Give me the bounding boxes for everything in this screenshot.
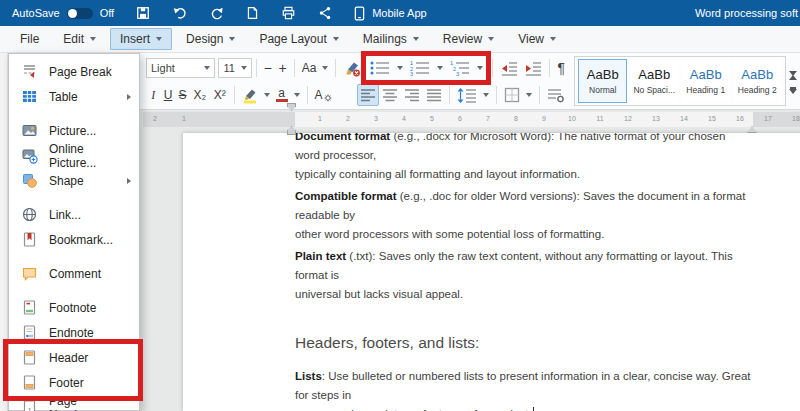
new-document-icon[interactable] — [246, 6, 259, 20]
menu-label: Design — [186, 32, 223, 46]
document-text: Document format (e.g., .docx for Microso… — [295, 133, 751, 411]
menu-item-link[interactable]: Link... — [9, 202, 139, 227]
menu-label: Page Layout — [259, 32, 326, 46]
ruler-number: 12 — [624, 115, 632, 122]
menu-label: Insert — [120, 32, 150, 46]
menu-item-footnote[interactable]: Footnote — [9, 295, 139, 320]
chevron-down-icon — [294, 93, 300, 97]
toggle-knob — [68, 9, 77, 18]
menu-item-label: Table — [49, 90, 78, 104]
print-icon[interactable] — [281, 6, 296, 20]
application-window: AutoSave Off Mobile App Word processing … — [0, 0, 800, 411]
menu-mailings[interactable]: Mailings — [353, 28, 429, 50]
menu-file[interactable]: File — [10, 28, 49, 50]
grow-font-button[interactable]: + — [275, 57, 290, 79]
menu-label: Mailings — [363, 32, 407, 46]
style-no-spaci[interactable]: AaBbNo Spaci... — [630, 59, 679, 103]
ruler-number: 15 — [708, 115, 716, 122]
ruler-number: 1 — [318, 115, 322, 122]
ruler-number: 10 — [568, 115, 576, 122]
menu-insert[interactable]: Insert — [110, 28, 172, 50]
menu-design[interactable]: Design — [176, 28, 245, 50]
multilevel-list-button[interactable]: 123 — [446, 57, 486, 79]
menu-item-picture[interactable]: Picture... — [9, 118, 139, 143]
shrink-font-button[interactable]: − — [261, 57, 276, 79]
menu-item-label: Header — [49, 351, 88, 365]
menu-item-footer[interactable]: Footer — [9, 370, 139, 395]
style-heading-1[interactable]: AaBbHeading 1 — [681, 59, 730, 103]
menu-item-header[interactable]: Header — [9, 345, 139, 370]
numbered-list-button[interactable]: 123 — [406, 57, 446, 79]
strikethrough-button[interactable]: S — [175, 84, 190, 106]
menu-review[interactable]: Review — [433, 28, 504, 50]
document-paragraph: Lists: Use bulleted or numbered lists to… — [295, 367, 751, 411]
ruler-number: 1 — [182, 115, 186, 122]
highlight-color-button[interactable] — [239, 84, 273, 106]
underline-button[interactable]: U — [161, 84, 176, 106]
ruler-number: 5 — [430, 115, 434, 122]
borders-button[interactable] — [501, 84, 535, 106]
line-spacing-button[interactable] — [454, 84, 492, 106]
style-heading-2[interactable]: AaBbHeading 2 — [733, 59, 782, 103]
menu-view[interactable]: View — [508, 28, 566, 50]
menu-item-online-picture[interactable]: Online Picture... — [9, 143, 139, 168]
save-icon[interactable] — [136, 6, 150, 20]
show-formatting-marks-button[interactable]: ¶ — [554, 57, 568, 79]
list-buttons-group: 123 123 — [364, 57, 488, 79]
bookmark-icon — [21, 231, 38, 248]
divider — [234, 86, 235, 104]
menu-item-comment[interactable]: Comment — [9, 261, 139, 286]
menu-item-label: Picture... — [49, 124, 96, 138]
bulleted-list-button[interactable] — [366, 57, 406, 79]
styles-gallery: AaBbNormalAaBbNo Spaci...AaBbHeading 1Aa… — [574, 56, 786, 106]
style-normal[interactable]: AaBbNormal — [578, 59, 627, 103]
decrease-indent-icon[interactable] — [497, 57, 521, 79]
change-case-button[interactable]: Aa — [299, 57, 332, 79]
mobile-icon[interactable]: Mobile App — [354, 6, 426, 21]
divider — [335, 59, 336, 77]
autosave-toggle[interactable] — [67, 8, 93, 19]
menu-item-table[interactable]: Table — [9, 84, 139, 109]
align-center-button[interactable] — [379, 84, 401, 106]
menu-item-page-break[interactable]: Page Break — [9, 59, 139, 84]
chevron-down-icon — [264, 93, 270, 97]
menu-label: Edit — [63, 32, 84, 46]
redo-icon[interactable] — [209, 6, 224, 20]
chevron-down-icon — [90, 37, 96, 41]
menu-item-page-number[interactable]: 1Page Number... — [9, 395, 139, 411]
divider — [256, 59, 257, 77]
chevron-down-icon — [322, 66, 328, 70]
increase-indent-icon[interactable] — [521, 57, 545, 79]
menu-edit[interactable]: Edit — [53, 28, 106, 50]
italic-button[interactable]: I — [146, 84, 161, 106]
insert-dropdown-menu: Page BreakTablePicture...Online Picture.… — [8, 53, 140, 411]
divider — [492, 59, 493, 77]
menu-item-shape[interactable]: Shape — [9, 168, 139, 193]
menu-page-layout[interactable]: Page Layout — [249, 28, 348, 50]
font-size-select[interactable]: 11 — [218, 58, 251, 78]
style-sample: AaBb — [690, 67, 722, 83]
subscript-button[interactable]: X₂ — [190, 84, 210, 106]
text-cursor — [533, 407, 534, 411]
align-right-button[interactable] — [401, 84, 423, 106]
font-name-select[interactable]: Light — [146, 58, 215, 78]
text-effects-button[interactable]: A — [312, 84, 335, 106]
menu-item-bookmark[interactable]: Bookmark... — [9, 227, 139, 252]
chevron-down-icon — [204, 66, 210, 70]
menu-item-label: Shape — [49, 174, 84, 188]
align-left-button[interactable] — [357, 84, 379, 106]
paragraph-settings-icon[interactable] — [544, 84, 568, 106]
autosave-state: Off — [100, 7, 114, 19]
document-page[interactable]: Document format (e.g., .docx for Microso… — [183, 133, 800, 411]
menu-item-label: Online Picture... — [49, 142, 131, 170]
superscript-button[interactable]: X² — [210, 84, 230, 106]
menu-label: Review — [443, 32, 482, 46]
document-paragraph: Plain text (.txt): Saves only the raw te… — [295, 247, 751, 304]
font-color-button[interactable]: a — [273, 84, 303, 106]
align-justify-button[interactable] — [423, 84, 445, 106]
share-icon[interactable] — [318, 6, 332, 20]
menu-item-endnote[interactable]: Endnote — [9, 320, 139, 345]
clear-formatting-icon[interactable] — [340, 57, 364, 79]
ruler-number: 13 — [652, 115, 660, 122]
undo-icon[interactable] — [172, 6, 187, 20]
